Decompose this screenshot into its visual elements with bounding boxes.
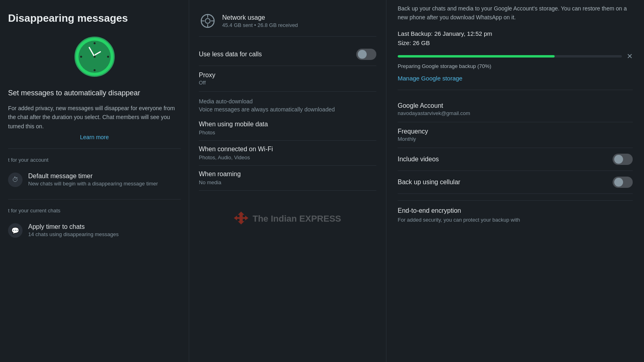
svg-point-1: [205, 19, 210, 23]
timer-dot-9: [80, 56, 82, 58]
watermark-logo-icon: [234, 211, 248, 227]
default-timer-subtitle: New chats will begin with a disappearing…: [28, 181, 158, 187]
apply-timer-subtitle: 14 chats using disappearing messages: [28, 231, 119, 237]
section2-label: t for your current chats: [8, 208, 181, 214]
when-roaming-item[interactable]: When roaming No media: [199, 166, 376, 191]
size-label: Size: 26 GB: [398, 39, 633, 46]
media-note-text: Voice messages are always automatically …: [199, 106, 376, 113]
learn-more-link[interactable]: Learn more: [8, 134, 181, 140]
end-to-end-section: End-to-end encryption For added security…: [398, 207, 633, 223]
google-account-content: Google Account navodayastarvivek@gmail.c…: [398, 102, 470, 116]
watermark-text-bold: EXPRESS: [299, 214, 341, 224]
backup-description: Back up your chats and media to your Goo…: [398, 4, 633, 22]
frequency-content: Frequency Monthly: [398, 128, 428, 142]
end-to-end-title: End-to-end encryption: [398, 207, 633, 214]
watermark-text-normal: The Indian: [252, 214, 299, 224]
default-timer-title: Default message timer: [28, 173, 158, 180]
proxy-row[interactable]: Proxy Off: [199, 66, 376, 92]
timer-dot-12: [93, 42, 95, 44]
include-videos-content: Include videos: [398, 156, 439, 163]
when-mobile-title: When using mobile data: [199, 121, 376, 128]
timer-icon-container: [8, 37, 181, 77]
backup-cellular-row[interactable]: Back up using cellular: [398, 171, 633, 194]
include-videos-knob: [614, 155, 623, 164]
when-wifi-item[interactable]: When connected on Wi-Fi Photos, Audio, V…: [199, 141, 376, 166]
page-title: Disappearing messages: [8, 12, 181, 25]
include-videos-title: Include videos: [398, 156, 439, 163]
timer-circle-inner: [78, 41, 111, 73]
timer-dot-3: [107, 56, 109, 58]
use-less-data-knob: [358, 50, 367, 59]
network-usage-content: Network usage 45.4 GB sent • 26.8 GB rec…: [222, 14, 298, 28]
frequency-title: Frequency: [398, 128, 428, 135]
proxy-subtitle: Off: [199, 80, 215, 86]
watermark-text: The Indian EXPRESS: [252, 214, 341, 224]
when-roaming-subtitle: No media: [199, 179, 376, 185]
backup-cellular-toggle[interactable]: [613, 177, 633, 188]
include-videos-row[interactable]: Include videos: [398, 148, 633, 171]
google-account-row[interactable]: Google Account navodayastarvivek@gmail.c…: [398, 97, 633, 122]
close-icon[interactable]: ✕: [627, 52, 633, 61]
google-account-subtitle: navodayastarvivek@gmail.com: [398, 110, 470, 116]
watermark: The Indian EXPRESS: [199, 211, 376, 227]
progress-row: ✕: [398, 52, 633, 61]
timer-list-icon: ⏱: [8, 173, 23, 187]
media-auto-download-label: Media auto-download Voice messages are a…: [199, 92, 376, 116]
media-label-text: Media auto-download: [199, 98, 376, 105]
divider-2: [8, 199, 181, 200]
when-roaming-title: When roaming: [199, 171, 376, 178]
use-less-data-title: Use less data for calls: [199, 51, 262, 58]
size-meta: Size: 26 GB: [398, 39, 633, 46]
right-panel: Back up your chats and media to your Goo…: [386, 0, 644, 362]
manage-google-storage-link[interactable]: Manage Google storage: [398, 75, 633, 82]
network-usage-subtitle: 45.4 GB sent • 26.8 GB received: [222, 22, 298, 28]
timer-dot-6: [93, 69, 95, 71]
default-timer-content: Default message timer New chats will beg…: [28, 173, 158, 187]
apply-timer-item[interactable]: 💬 Apply timer to chats 14 chats using di…: [8, 219, 181, 242]
progress-bar-container: [398, 55, 622, 58]
when-mobile-data-item[interactable]: When using mobile data Photos: [199, 116, 376, 141]
frequency-subtitle: Monthly: [398, 136, 428, 142]
end-to-end-subtitle: For added security, you can protect your…: [398, 217, 633, 223]
when-wifi-subtitle: Photos, Audio, Videos: [199, 154, 376, 160]
apply-timer-title: Apply timer to chats: [28, 223, 119, 230]
section-heading: Set messages to automatically disappear: [8, 89, 181, 97]
progress-bar-fill: [398, 55, 555, 58]
timer-circle-outer: [74, 37, 115, 77]
use-less-data-info: Use less data for calls: [199, 51, 262, 58]
network-usage-title: Network usage: [222, 14, 298, 21]
frequency-row[interactable]: Frequency Monthly: [398, 122, 633, 148]
chat-list-icon: 💬: [8, 223, 23, 238]
apply-timer-content: Apply timer to chats 14 chats using disa…: [28, 223, 119, 237]
network-icon: [199, 12, 217, 30]
middle-panel: Network usage 45.4 GB sent • 26.8 GB rec…: [189, 0, 386, 362]
section1-label: t for your account: [8, 157, 181, 163]
proxy-info: Proxy Off: [199, 72, 215, 86]
google-account-title: Google Account: [398, 102, 470, 109]
description-text: For added privacy, new messages will dis…: [8, 104, 181, 131]
use-less-data-toggle[interactable]: [356, 49, 376, 60]
last-backup-meta: Last Backup: 26 January, 12:52 pm: [398, 30, 633, 37]
proxy-title: Proxy: [199, 72, 215, 79]
backup-cellular-content: Back up using cellular: [398, 179, 460, 186]
divider-1: [8, 148, 181, 149]
right-divider-2: [398, 200, 633, 201]
backup-cellular-title: Back up using cellular: [398, 179, 460, 186]
right-divider-1: [398, 90, 633, 90]
timer-hand-short: [94, 51, 101, 56]
progress-label: Preparing Google storage backup (70%): [398, 63, 633, 69]
left-panel: Disappearing messages Set messages to au…: [0, 0, 189, 362]
last-backup-label: Last Backup: 26 January, 12:52 pm: [398, 30, 633, 37]
svg-marker-6: [234, 212, 248, 224]
use-less-data-row[interactable]: Use less data for calls: [199, 43, 376, 66]
when-mobile-subtitle: Photos: [199, 130, 376, 136]
when-wifi-title: When connected on Wi-Fi: [199, 146, 376, 153]
default-message-timer-item[interactable]: ⏱ Default message timer New chats will b…: [8, 169, 181, 191]
backup-cellular-knob: [614, 178, 623, 187]
include-videos-toggle[interactable]: [613, 154, 633, 165]
network-usage-item[interactable]: Network usage 45.4 GB sent • 26.8 GB rec…: [199, 8, 376, 37]
timer-dot: [93, 56, 95, 58]
